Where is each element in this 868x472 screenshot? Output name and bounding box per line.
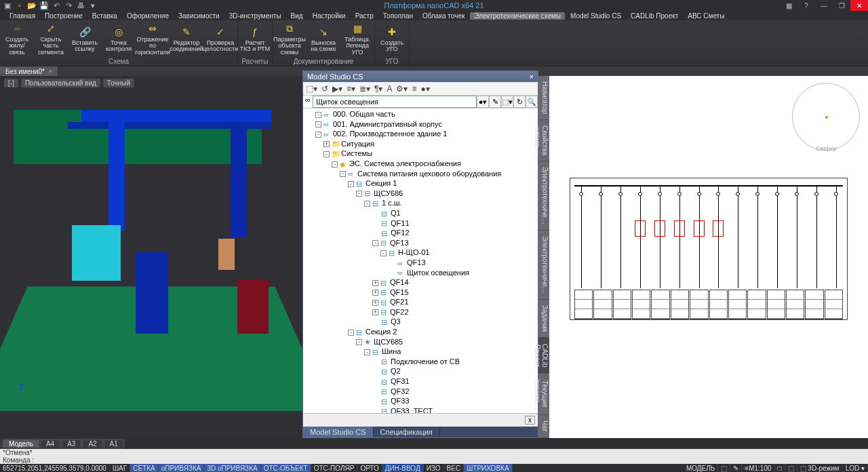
tree-toggle-icon[interactable]: - (315, 121, 321, 127)
status-toggle[interactable]: ВЕС (444, 464, 465, 472)
ribbon-button[interactable]: ↘Выноска на схеме (307, 20, 340, 57)
tree-node[interactable]: ⊟QF33_ТЕСТ (304, 407, 536, 413)
status-item[interactable]: МОДЕЛЬ (684, 464, 718, 472)
tree-toggle-icon[interactable]: - (315, 132, 321, 138)
side-tab[interactable]: Чат (538, 415, 549, 438)
toolbar-icon[interactable]: ≣▾ (359, 84, 370, 94)
ribbon-button[interactable]: ⎓Создать жилу/связь (0, 20, 34, 57)
ribbon-button[interactable]: ⧉Параметры объекта схемы (273, 20, 307, 57)
compass[interactable]: Сверху (792, 83, 860, 151)
open-icon[interactable]: 📂 (27, 1, 37, 10)
ribbon-button[interactable]: 🔗Вставить ссылку (68, 20, 102, 57)
search-button[interactable]: ↻ (513, 96, 526, 108)
ribbon-tab[interactable]: Топоплан (379, 12, 417, 20)
tree-node[interactable]: -⊟ЩСУ686 (304, 189, 536, 199)
new-icon[interactable]: ▫ (15, 1, 24, 10)
tree-node[interactable]: -📁Системы (304, 149, 536, 159)
status-toggle[interactable]: ОТС-ПОЛЯР (311, 464, 358, 472)
tree-node[interactable]: -∞000. Общая часть (304, 110, 536, 120)
status-item[interactable]: LOD ▾ (843, 464, 868, 472)
ribbon-tab[interactable]: Главная (5, 12, 39, 20)
tree-toggle-icon[interactable]: - (364, 201, 370, 207)
status-toggle[interactable]: ОРТО (357, 464, 382, 472)
layout-tab[interactable]: A4 (40, 439, 60, 448)
search-button[interactable]: 🔍 (526, 96, 538, 108)
tree-node[interactable]: ⊟QF33 (304, 397, 536, 407)
layout-tab[interactable]: A2 (82, 439, 102, 448)
maximize-button[interactable]: ❐ (833, 0, 850, 11)
tree-toggle-icon[interactable]: - (340, 171, 346, 177)
toolbar-icon[interactable]: ¶▾ (374, 84, 382, 94)
status-item[interactable]: ≡М1:100 (742, 464, 774, 472)
tree-node[interactable]: -◆ЭС. Система электроснабжения (304, 159, 536, 170)
status-toggle[interactable]: СЕТКА (130, 464, 159, 472)
save-icon[interactable]: 💾 (39, 1, 49, 10)
toolbar-icon[interactable]: ⬚▾ (306, 84, 317, 94)
tree-node[interactable]: +⊟QF22 (304, 308, 536, 318)
ribbon-tab[interactable]: Вставка (88, 12, 121, 20)
tree-toggle-icon[interactable]: - (380, 250, 387, 256)
minimize-button[interactable]: — (815, 0, 833, 11)
menu-icon[interactable]: ▦ (780, 0, 797, 11)
tree-node[interactable]: -⊟Шина (304, 347, 536, 357)
tree-node[interactable]: ∞Щиток освещения (304, 269, 536, 279)
toolbar-icon[interactable]: ▶▾ (332, 84, 342, 94)
tree-toggle-icon[interactable]: - (323, 151, 330, 157)
ribbon-tab[interactable]: АВС Сметы (684, 12, 728, 20)
tree-node[interactable]: ⊟Q2 (304, 367, 536, 377)
ribbon-tab[interactable]: 3D-инструменты (225, 12, 285, 20)
close-button[interactable]: ✕ (850, 0, 868, 11)
print-icon[interactable]: 🖶 (76, 1, 85, 10)
close-icon[interactable]: × (49, 68, 52, 75)
ribbon-button[interactable]: ⇔Отражение по горизонтали (136, 20, 170, 57)
status-toggle[interactable]: ОТС-ОБЪЕКТ (261, 464, 311, 472)
tree-node[interactable]: -⊟Секция 2 (304, 328, 536, 338)
tree-toggle-icon[interactable]: - (332, 161, 338, 168)
tree-toggle-icon[interactable]: + (372, 280, 378, 286)
tree-toggle-icon[interactable]: - (356, 191, 362, 197)
tree-node[interactable]: -⊟Секция 1 (304, 179, 536, 189)
search-input[interactable] (313, 96, 477, 108)
search-button[interactable]: ●▾ (477, 96, 489, 108)
side-tab[interactable]: Задания (538, 300, 549, 338)
ribbon-tab[interactable]: Настройки (309, 12, 350, 20)
status-toggle[interactable]: ДИН-ВВОД (382, 464, 424, 472)
tree-node[interactable]: ∞QF13 (304, 258, 536, 269)
status-item[interactable]: ⬚ 3D-режим (797, 464, 843, 472)
status-toggle[interactable]: оПРИВЯЗКА (159, 464, 205, 472)
tree-node[interactable]: ⊟Q3 (304, 317, 536, 328)
project-tree[interactable]: -∞000. Общая часть-∞001. Административны… (303, 109, 538, 413)
ribbon-tab[interactable]: Model Studio CS (566, 12, 625, 20)
toolbar-icon[interactable]: ↺ (321, 84, 328, 94)
panel-footer-close[interactable]: x (525, 416, 535, 425)
ribbon-button[interactable]: ▦Таблица. Легенда УГО (340, 20, 374, 57)
ribbon-tab[interactable]: Оформление (123, 12, 173, 20)
tree-node[interactable]: -∞Система питания цехового оборудования (304, 170, 536, 180)
ribbon-button[interactable]: ◎Точка контроля (102, 20, 136, 57)
tree-node[interactable]: -∞002. Производственное здание 1 (304, 130, 536, 140)
tree-node[interactable]: -⊟1 с.ш. (304, 199, 536, 209)
tree-toggle-icon[interactable]: + (372, 300, 378, 306)
document-tab[interactable]: Без имени0* × (0, 66, 58, 76)
redo-icon[interactable]: ↷ (64, 1, 73, 10)
status-item[interactable]: ✎ (730, 464, 742, 472)
tree-node[interactable]: ⊟QF11 (304, 219, 536, 229)
tree-node[interactable]: -∞001. Административный корпус (304, 120, 536, 130)
toolbar-icon[interactable]: ●▾ (421, 84, 430, 94)
status-item[interactable]: □ (775, 464, 785, 472)
ribbon-tab[interactable]: Облака точек (418, 12, 469, 20)
ribbon-tab[interactable]: Вид (287, 12, 307, 20)
panel-bottom-tab[interactable]: Model Studio CS (303, 427, 374, 437)
qat-dropdown-icon[interactable]: ▾ (88, 1, 98, 10)
tree-node[interactable]: +📁Ситуация (304, 140, 536, 150)
ribbon-button[interactable]: ƒРасчет ТКЗ и РТМ (238, 20, 272, 57)
panel-header[interactable]: Model Studio CS × (303, 71, 538, 82)
ribbon-button[interactable]: ⤢Скрыть часть сегмента (34, 20, 68, 57)
ribbon-tab[interactable]: Зависимости (174, 12, 224, 20)
tree-node[interactable]: ⊟QF31 (304, 377, 536, 387)
ribbon-button[interactable]: ✚Создать УГО (375, 20, 409, 57)
tree-toggle-icon[interactable]: + (323, 141, 330, 147)
tree-toggle-icon[interactable]: + (372, 309, 378, 315)
status-item[interactable]: ⬚ (718, 464, 730, 472)
ribbon-tab[interactable]: Построение (41, 12, 87, 20)
